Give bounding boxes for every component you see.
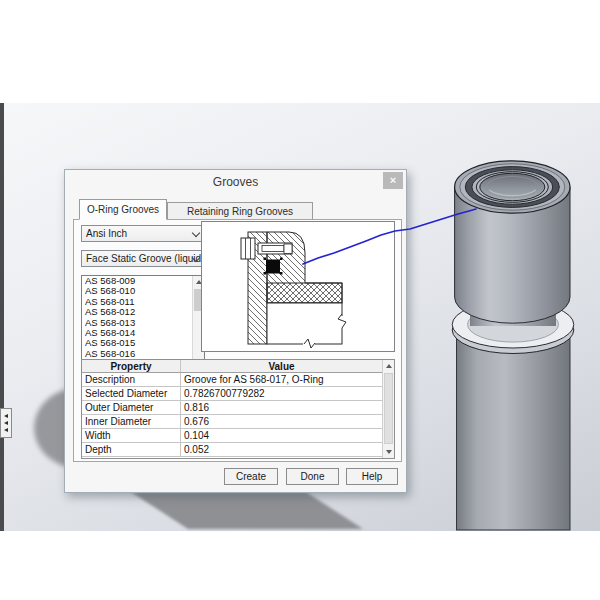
value-cell: Groove for AS 568-017, O-Ring bbox=[181, 373, 383, 387]
property-cell: Selected Diameter bbox=[82, 387, 181, 401]
value-cell: 0.676 bbox=[181, 415, 383, 429]
oring-tab-page: Ansi Inch Face Static Groove (liquid AS … bbox=[73, 219, 402, 462]
collapse-arrow-icon bbox=[4, 421, 8, 425]
table-row: Description Groove for AS 568-017, O-Rin… bbox=[82, 373, 394, 387]
table-header-property: Property bbox=[82, 360, 181, 373]
done-button[interactable]: Done bbox=[286, 468, 339, 485]
dialog-title: Grooves bbox=[65, 175, 406, 189]
groove-section-drawing bbox=[202, 222, 394, 351]
scroll-down-button[interactable] bbox=[383, 446, 395, 458]
stage: Grooves × O-Ring Grooves Retaining Ring … bbox=[0, 0, 600, 600]
table-row: Selected Diameter 0.7826700779282 bbox=[82, 387, 394, 401]
help-button[interactable]: Help bbox=[346, 468, 398, 485]
ring-size-listbox: AS 568-009 AS 568-010 AS 568-011 AS 568-… bbox=[81, 275, 205, 370]
property-cell: Depth bbox=[82, 443, 181, 457]
taskpane-collapse-button[interactable] bbox=[0, 408, 12, 438]
property-cell: Inner Diameter bbox=[82, 415, 181, 429]
table-scrollbar[interactable] bbox=[382, 360, 394, 458]
left-edge-strip bbox=[0, 103, 4, 531]
scroll-up-icon bbox=[386, 364, 392, 368]
property-cell: Description bbox=[82, 373, 181, 387]
scroll-down-icon bbox=[386, 450, 392, 454]
oring-section bbox=[266, 260, 280, 274]
scrollbar-thumb[interactable] bbox=[384, 373, 393, 444]
tab-retaining-ring-grooves[interactable]: Retaining Ring Grooves bbox=[167, 202, 313, 220]
table-row: Outer Diameter 0.816 bbox=[82, 401, 394, 415]
standard-select-value: Ansi Inch bbox=[86, 228, 127, 239]
property-cell: Width bbox=[82, 429, 181, 443]
property-cell: Outer Diameter bbox=[82, 401, 181, 415]
table-header-value: Value bbox=[181, 360, 383, 373]
value-cell: 0.104 bbox=[181, 429, 383, 443]
create-button[interactable]: Create bbox=[224, 468, 278, 485]
groove-type-select[interactable]: Face Static Groove (liquid bbox=[81, 250, 205, 267]
close-icon: × bbox=[390, 174, 396, 186]
table-row: Inner Diameter 0.676 bbox=[82, 415, 394, 429]
tab-oring-grooves[interactable]: O-Ring Grooves bbox=[79, 199, 167, 220]
collapse-arrow-icon bbox=[4, 428, 8, 432]
collapse-arrow-icon bbox=[4, 414, 8, 418]
table-row: Width 0.104 bbox=[82, 429, 394, 443]
grooves-dialog: Grooves × O-Ring Grooves Retaining Ring … bbox=[64, 169, 407, 493]
scroll-up-button[interactable] bbox=[383, 360, 395, 372]
value-cell: 0.816 bbox=[181, 401, 383, 415]
chevron-down-icon bbox=[192, 229, 200, 237]
groove-preview-panel bbox=[201, 221, 395, 352]
groove-type-select-value: Face Static Groove (liquid bbox=[86, 253, 201, 264]
value-cell: 0.7826700779282 bbox=[181, 387, 383, 401]
value-cell: 0.052 bbox=[181, 443, 383, 457]
standard-select[interactable]: Ansi Inch bbox=[81, 225, 205, 242]
properties-table: Property Value Description Groove for AS… bbox=[81, 359, 395, 459]
table-row: Depth 0.052 bbox=[82, 443, 394, 457]
list-item[interactable]: AS 568-012 bbox=[82, 307, 204, 317]
close-button[interactable]: × bbox=[383, 172, 403, 189]
table-header-row: Property Value bbox=[82, 360, 394, 373]
